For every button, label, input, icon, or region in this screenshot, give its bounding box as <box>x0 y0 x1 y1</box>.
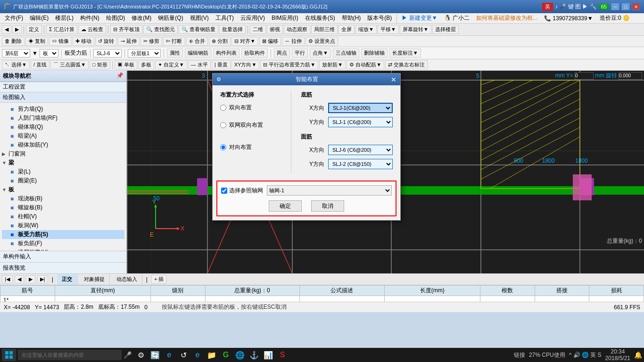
grid-select[interactable]: 轴网-1 <box>267 185 392 196</box>
line-btn[interactable]: / 直线 <box>31 60 50 69</box>
arc-btn[interactable]: ⌒ 三点圆弧▼ <box>50 60 89 69</box>
bottom-x-select[interactable]: SLJ-1(C6@200) <box>328 103 393 113</box>
taskbar-icon-anchor[interactable]: ⚓ <box>248 349 260 361</box>
extend-btn[interactable]: ⊸ 延伸 <box>118 37 140 46</box>
radio-opposite[interactable]: 对向布置 <box>220 143 281 151</box>
nav-last[interactable]: ▶| <box>37 275 48 283</box>
tab-duixiang[interactable]: 对象捕捉 <box>79 274 110 285</box>
dynamic-view-btn[interactable]: 动态观察 <box>284 25 310 34</box>
parallel-edge-btn[interactable]: ⊟ 平行边布置受力筋▼ <box>260 60 318 69</box>
single-component-input-btn[interactable]: 单构件输入 <box>0 251 126 262</box>
2d-btn[interactable]: 二维 <box>250 25 266 34</box>
menu-phone[interactable]: 📞 13907298339▼ <box>541 14 596 23</box>
pan-btn[interactable]: 平移▼ <box>378 25 399 34</box>
pick-component-btn[interactable]: 拾取构件 <box>241 49 268 58</box>
auto-rebar-btn[interactable]: ⚙ 自动配筋▼ <box>347 60 384 69</box>
cad-canvas-area[interactable]: 3 4 ⊕ 5 2000 5300 800 1800 1800 50 <box>127 71 644 273</box>
tree-item-ring-beam[interactable]: ■ 圈梁(E) <box>2 176 124 185</box>
stretch-btn[interactable]: ↔ 拉伸 <box>282 37 305 46</box>
single-slab-btn[interactable]: ▣ 单板 <box>115 60 137 69</box>
delete-btn[interactable]: 🗑 删除 <box>2 37 25 46</box>
select-btn[interactable]: ↖ 选择▼ <box>2 60 30 69</box>
panel-pin[interactable]: 📌 <box>116 72 124 80</box>
tab-zhengjiao[interactable]: 正交 <box>57 274 77 285</box>
report-preview-btn[interactable]: 报表预览 <box>0 262 126 273</box>
three-point-axis-btn[interactable]: 三点铺轴 <box>333 49 359 58</box>
grid-checkbox[interactable] <box>221 188 227 194</box>
cancel-button[interactable]: 取消 <box>311 200 344 212</box>
swap-mark-btn[interactable]: ⇄ 交换左右标注 <box>385 60 428 69</box>
tree-item-masonry-rebar[interactable]: ■ 砌体加筋(Y) <box>2 140 124 149</box>
point-angle-btn[interactable]: 点角▼ <box>310 49 331 58</box>
taskbar-icon-2[interactable]: 🔄 <box>149 349 161 361</box>
tree-item-shear-wall[interactable]: ■ 剪力墙(Q) <box>2 105 124 114</box>
edit-rebar-btn[interactable]: 编辑钢筋 <box>185 49 211 58</box>
parallel-btn[interactable]: 平行 <box>292 49 308 58</box>
menu-help-link[interactable]: 如何将基础梁修改为框... <box>473 13 540 23</box>
close-button[interactable]: ✕ <box>632 3 640 10</box>
menu-edit[interactable]: 编辑(E) <box>27 13 51 23</box>
top-view-btn[interactable]: 俯视 <box>267 25 283 34</box>
tree-item-masonry-wall[interactable]: ■ 砌体墙(Q) <box>2 123 124 132</box>
minimize-button[interactable]: ─ <box>611 3 619 10</box>
radio-bidirectional[interactable]: 双向布置 <box>220 104 281 112</box>
menu-service[interactable]: 在线服务(S) <box>302 13 338 23</box>
start-button[interactable] <box>2 349 16 361</box>
menu-modify[interactable]: 修改(M) <box>129 13 154 23</box>
section-drawing[interactable]: 绘图输入 <box>0 92 126 103</box>
rect-btn[interactable]: □ 矩形 <box>90 60 110 69</box>
merge-btn[interactable]: ⊕ 合并 <box>186 37 208 46</box>
define-btn[interactable]: 定义 <box>26 25 42 34</box>
align-btn[interactable]: ⊟ 对齐▼ <box>231 37 258 46</box>
split-btn[interactable]: ⊗ 分割 <box>209 37 231 46</box>
input-method[interactable]: 英 <box>542 3 553 11</box>
menu-floor[interactable]: 楼层(L) <box>52 13 76 23</box>
menu-bim[interactable]: BIM应用(I) <box>269 13 301 23</box>
floor-select-btn[interactable]: 选择楼层 <box>432 25 459 34</box>
set-grip-btn[interactable]: ⚙ 设置夹点 <box>305 37 338 46</box>
radio-opposite-input[interactable] <box>220 144 226 150</box>
menu-coins[interactable]: 造价豆:0 🪙 <box>597 13 633 23</box>
tree-item-beam[interactable]: ■ 梁(L) <box>2 167 124 176</box>
xy-dir-btn[interactable]: XY方向▼ <box>231 60 260 69</box>
layer-select[interactable]: 第6层 <box>2 49 30 58</box>
dialog-close-btn[interactable]: ✕ <box>391 76 396 83</box>
menu-rebar[interactable]: 钢筋量(Q) <box>155 13 186 23</box>
grid-checkbox-label[interactable]: 选择参照轴网 <box>221 187 263 195</box>
tree-item-door-window[interactable]: ▶ 门窗洞 <box>2 149 124 158</box>
menu-cloud[interactable]: 云应用(V) <box>238 13 268 23</box>
batch-select-btn[interactable]: 批量选择 <box>219 25 246 34</box>
rotate-btn[interactable]: 屏幕旋转▼ <box>400 25 431 34</box>
nav-first[interactable]: |◀ <box>2 275 13 283</box>
property-btn[interactable]: 属性 <box>167 49 183 58</box>
type-select[interactable]: 板 <box>40 49 58 58</box>
bottom-y-select[interactable]: SLJ-1 (C6@200) <box>328 117 393 127</box>
radio-dual-net-input[interactable] <box>220 122 226 128</box>
menu-component[interactable]: 构件(N) <box>77 13 102 23</box>
menu-guangxiao[interactable]: 🐧 广小二 <box>441 13 472 23</box>
break-btn[interactable]: ✄ 打断 <box>163 37 185 46</box>
notification-icon[interactable]: 🔔 <box>634 351 642 359</box>
menu-tools[interactable]: 工具(T) <box>213 13 237 23</box>
taskbar-icon-ie[interactable]: e <box>164 349 175 361</box>
nav-btn-next[interactable]: ▶ <box>12 25 22 33</box>
align-top-btn[interactable]: ⊟ 齐平板顶 <box>110 25 142 34</box>
find-elem-btn[interactable]: 🔍 查找图元 <box>143 25 178 34</box>
menu-version[interactable]: 版本号(B) <box>364 13 395 23</box>
horizontal-btn[interactable]: — 水平 <box>188 60 211 69</box>
taskbar-icon-edge[interactable]: e <box>192 349 203 361</box>
move-btn[interactable]: ✚ 移动 <box>73 37 94 46</box>
trim-btn[interactable]: ✂ 修剪 <box>140 37 162 46</box>
cloud-check-btn[interactable]: ☁ 云检查 <box>78 25 106 34</box>
rotate-btn2[interactable]: ↺ 旋转 <box>95 37 117 46</box>
length-mark-btn[interactable]: 长度标注▼ <box>389 49 421 58</box>
taskbar-icon-folder[interactable]: 📁 <box>206 349 217 361</box>
section-engineering[interactable]: 工程设置 <box>0 82 126 92</box>
tree-item-slab-hole[interactable]: ■ 板洞(W) <box>2 221 124 230</box>
menu-draw[interactable]: 绘图(D) <box>103 13 128 23</box>
tree-item-column-cap[interactable]: ■ 柱帽(V) <box>2 212 124 221</box>
tree-item-beam-group[interactable]: ▼ 梁 <box>2 158 124 167</box>
tree-item-slab-group[interactable]: ▼ 板 <box>2 185 124 194</box>
nav-prev[interactable]: ◀ <box>15 275 24 283</box>
taskbar-icon-3[interactable]: ↺ <box>178 349 189 361</box>
